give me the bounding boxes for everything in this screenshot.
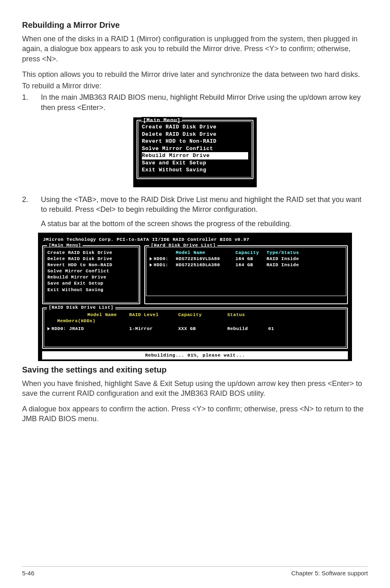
raid-h-status: Status (227, 312, 268, 318)
raid-row-status: Rebuild (227, 326, 268, 332)
raid-h-level: RAID Level (129, 312, 178, 318)
step-subtext: A status bar at the bottom of the screen… (41, 219, 368, 229)
step-2: 2. Using the <TAB>, move to the RAID Dis… (22, 195, 368, 229)
raid-row-model: RDD0: JRAID (47, 326, 129, 332)
bios-menu-item: Revert HDD to Non-RAID (142, 138, 248, 145)
step-1: 1. In the main JMB363 RAID BIOS menu, hi… (22, 92, 368, 112)
triangle-icon (47, 327, 50, 330)
raid-h-capacity: Capacity (178, 312, 227, 318)
paragraph: When one of the disks in a RAID 1 (Mirro… (22, 34, 368, 64)
hdd-row: HDD1:HDS722516DLA380164 GBRAID Inside (150, 262, 343, 268)
step-number: 2. (22, 195, 30, 229)
bios-status-bar: Rebuilding... 01%, please wait... (42, 351, 348, 359)
bios-menu-item: Create RAID Disk Drive (142, 123, 248, 131)
hdd-header-type: Type/Status (267, 250, 343, 256)
step-text: Using the <TAB>, move to the RAID Disk D… (41, 195, 368, 215)
paragraph: When you have finished, highlight Save &… (22, 379, 368, 399)
hdd-header-capacity: Capacity (235, 250, 264, 256)
bios-menu-item: Solve Mirror Conflict (142, 145, 248, 153)
bios-menu-item: Rebuild Mirror Drive (47, 274, 135, 281)
hdd-row: HDD0:HDS722516VLSA80164 GBRAID Inside (150, 256, 343, 262)
page-number: 5-46 (22, 569, 34, 577)
hdd-header-model: Model Name (176, 250, 233, 256)
raid-row-capacity: XXX GB (178, 326, 227, 332)
raid-row-level: 1-Mirror (129, 326, 178, 332)
paragraph: To rebuild a Mirror drive: (22, 81, 368, 91)
bios-raid-legend: [RAID Disk Drive List] (47, 305, 115, 311)
bios-raid-screen: JMicron Technology Corp. PCI-to-SATA II/… (38, 233, 352, 361)
step-text: In the main JMB363 RAID BIOS menu, highl… (41, 92, 368, 112)
paragraph: A dialogue box appears to confirm the ac… (22, 404, 368, 424)
bios-title: JMicron Technology Corp. PCI-to-SATA II/… (43, 237, 347, 243)
bios-menu-item: Solve Mirror Conflict (47, 268, 135, 274)
bios-menu-item: Exit Without Saving (142, 166, 248, 174)
page-footer: 5-46 Chapter 5: Software support (22, 566, 368, 577)
bios-menu-item: Save and Exit Setup (142, 159, 248, 167)
bios-menu-item: Save and Exit Setup (47, 281, 135, 287)
bios-menu-item: Exit Without Saving (47, 287, 135, 293)
section-heading-saving: Saving the settings and exiting setup (22, 364, 368, 375)
bios-main-menu-screenshot: [Main Menu] Create RAID Disk DriveDelete… (133, 117, 257, 187)
paragraph: This option allows you to rebuild the Mi… (22, 70, 368, 79)
raid-row-members: 01 (268, 326, 293, 332)
bios-menu-item: Revert HDD to Non-RAID (47, 262, 135, 268)
chapter-label: Chapter 5: Software support (291, 569, 368, 577)
raid-members-label: Members(HDDx) (47, 318, 343, 324)
bios-menu-item: Create RAID Disk Drive (47, 250, 135, 256)
bios-menu-item: Delete RAID Disk Drive (142, 131, 248, 138)
bios-menu-item: Rebuild Mirror Drive (142, 152, 248, 159)
bios-menu-item: Delete RAID Disk Drive (47, 256, 135, 262)
step-number: 1. (22, 92, 30, 112)
section-heading-rebuild: Rebuilding a Mirror Drive (22, 20, 368, 31)
raid-h-model: Model Name (47, 312, 129, 318)
